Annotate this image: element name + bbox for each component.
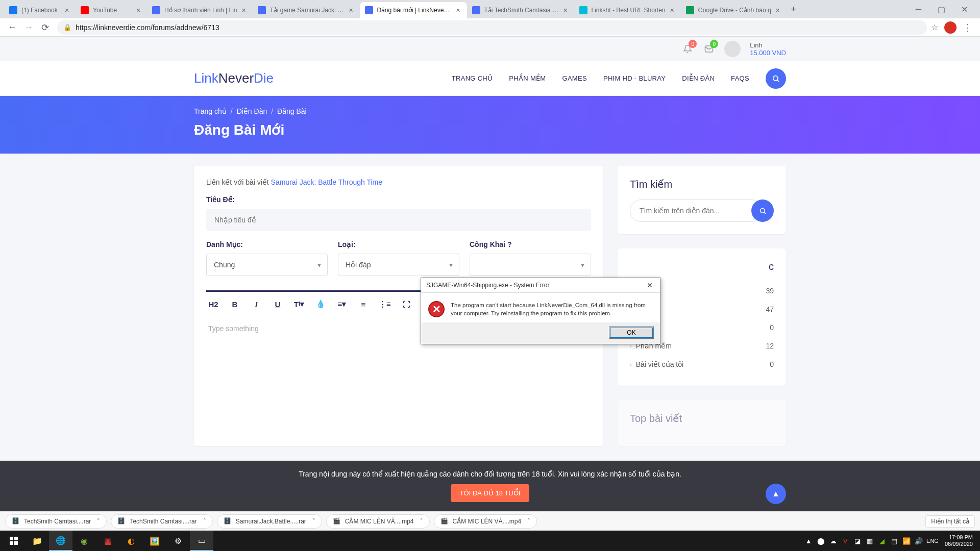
app-icon[interactable]: 🖼️ [143,531,166,551]
avatar[interactable] [724,41,741,57]
chevron-up-icon[interactable]: ˄ [312,518,315,524]
nav-movies[interactable]: PHIM HD - BLURAY [603,74,666,82]
close-window-button[interactable]: ✕ [953,2,976,17]
app-icon[interactable]: ◉ [72,531,96,551]
ul-button[interactable]: ⋮≡ [378,297,392,311]
download-item[interactable]: 🗄️Samurai.Jack.Battle.....rar˄ [217,514,322,529]
clock[interactable]: 17:09 PM 06/09/2020 [942,534,976,547]
download-item[interactable]: 🎬CẦM MIC LÊN VÀ....mp4˄ [326,514,430,529]
download-item[interactable]: 🎬CẦM MIC LÊN VÀ....mp4˄ [434,514,537,529]
dialog-ok-button[interactable]: OK [609,327,654,339]
utility-bar: 0 0 Linh 15.000 VND [0,37,980,61]
tray-icon[interactable]: ▦ [865,536,874,545]
tab-profile[interactable]: Hồ sơ thành viên Linh | Lin× [147,2,253,18]
tray-icon[interactable]: ◪ [853,536,862,545]
message-icon[interactable]: 0 [703,43,715,55]
forum-search-input[interactable] [630,199,763,222]
chevron-up-icon[interactable]: ˄ [420,518,423,524]
title-input[interactable] [206,209,591,231]
chrome-icon[interactable]: 🌐 [49,531,72,551]
chevron-up-icon[interactable]: ˄ [527,518,530,524]
reload-button[interactable]: ⟳ [37,19,53,36]
download-item[interactable]: 🗄️TechSmith Camtasi....rar˄ [111,514,212,529]
cat-item[interactable]: ›Bài viết của tôi0 [630,355,774,373]
tray-icon[interactable]: V [841,536,850,545]
crumb-forum[interactable]: Diễn Đàn [237,107,267,115]
tab-newpost[interactable]: Đăng bài mới | LinkNeverDi× [360,2,467,18]
url-input[interactable]: 🔒 https://linkneverdie.com/forums/addnew… [57,20,927,35]
volume-icon[interactable]: 🔊 [914,536,923,545]
close-icon[interactable]: × [240,7,248,14]
app-icon[interactable]: ▦ [96,531,119,551]
category-select[interactable]: Chung [206,254,328,276]
user-block[interactable]: Linh 15.000 VND [750,41,786,57]
app-icon[interactable]: ◐ [119,531,143,551]
tray-icon[interactable]: ▤ [890,536,899,545]
tab-gdrive[interactable]: Google Drive - Cảnh báo q× [681,2,787,18]
align-button[interactable]: ≡▾ [335,297,349,311]
notification-icon[interactable]: 0 [681,43,694,55]
tray-icon[interactable]: ⬤ [816,536,825,545]
color-button[interactable]: 💧 [313,297,328,311]
close-icon[interactable]: × [63,7,70,14]
fullscreen-button[interactable]: ⛶ [399,297,413,311]
chevron-up-icon[interactable]: ˄ [203,518,206,524]
show-all-downloads[interactable]: Hiện thị tất cả [925,515,975,528]
dialog-close-button[interactable]: ✕ [644,280,656,290]
start-button[interactable] [2,531,26,551]
tab-camtasia[interactable]: Tải TechSmith Camtasia Stu× [467,2,574,18]
ol-button[interactable]: ≡ [356,297,371,311]
bold-button[interactable]: B [228,297,242,311]
age-text: Trang nội dung này có thể xuất hiện quản… [9,470,971,478]
forum-search-button[interactable] [751,199,774,222]
download-item[interactable]: 🗄️TechSmith Camtasi....rar˄ [5,514,107,529]
nav-faqs[interactable]: FAQS [731,74,749,82]
tab-linksht[interactable]: Linksht - Best URL Shorten× [574,2,681,18]
app-icon[interactable]: ▭ [190,531,213,551]
logo[interactable]: LinkNeverDie [194,70,274,86]
close-icon[interactable]: × [348,7,355,14]
nav-software[interactable]: PHẦN MỀM [509,74,546,82]
chevron-up-icon[interactable]: ˄ [97,518,100,524]
minimize-button[interactable]: ─ [907,2,930,17]
italic-button[interactable]: I [249,297,263,311]
forward-button[interactable]: → [20,19,37,36]
bookmark-icon[interactable]: ☆ [931,22,938,32]
underline-button[interactable]: U [271,297,285,311]
heading-button[interactable]: H2 [206,297,220,311]
maximize-button[interactable]: ▢ [930,2,953,17]
fontsize-button[interactable]: TI▾ [292,297,306,311]
menu-icon[interactable]: ⋮ [963,22,972,33]
tab-samurai[interactable]: Tải game Samurai Jack: Bat× [253,2,360,18]
public-select[interactable] [470,254,591,276]
url-text: https://linkneverdie.com/forums/addnew/6… [76,23,219,32]
close-icon[interactable]: × [774,7,781,14]
tab-facebook[interactable]: (1) Facebook× [4,2,76,18]
tray-icon[interactable]: ☁ [828,536,838,545]
back-button[interactable]: ← [4,19,20,36]
tray-icon[interactable]: ◢ [877,536,887,545]
dialog-titlebar[interactable]: SJGAME-Win64-Shipping.exe - System Error… [421,278,660,293]
type-select[interactable]: Hỏi đáp [338,254,459,276]
new-tab-button[interactable]: + [787,2,801,16]
close-icon[interactable]: × [455,7,462,14]
linked-post-link[interactable]: Samurai Jack: Battle Through Time [271,178,382,186]
close-icon[interactable]: × [669,7,676,14]
crumb-home[interactable]: Trang chủ [194,107,227,115]
scroll-top-button[interactable]: ▲ [766,484,786,504]
steam-icon[interactable]: ⚙ [166,531,190,551]
language-indicator[interactable]: ENG [926,538,939,544]
tab-youtube[interactable]: YouTube× [76,2,147,18]
wifi-icon[interactable]: 📶 [902,536,911,545]
nav-home[interactable]: TRANG CHỦ [452,74,493,82]
profile-icon[interactable] [944,21,957,34]
nav-forum[interactable]: DIỄN ĐÀN [682,74,715,82]
tray-icon[interactable]: ▲ [804,536,813,545]
search-button[interactable] [766,68,786,89]
explorer-icon[interactable]: 📁 [26,531,49,551]
nav-games[interactable]: GAMES [562,74,586,82]
age-confirm-button[interactable]: TÔI ĐÃ ĐỦ 18 TUỔI [451,484,530,502]
close-icon[interactable]: × [562,7,569,14]
tab-title: YouTube [93,7,132,14]
close-icon[interactable]: × [135,7,142,14]
